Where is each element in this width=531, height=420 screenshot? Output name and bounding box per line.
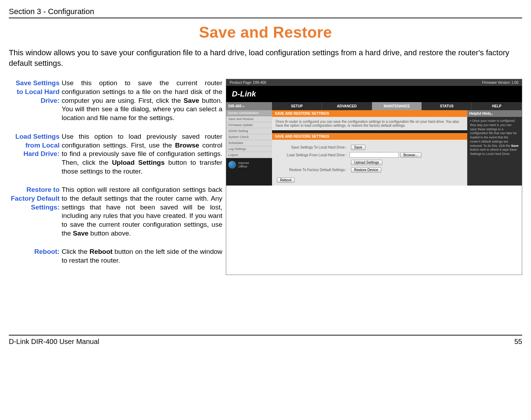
ss-panel-form: SAVE AND RESTORE SETTINGS Save Settings … bbox=[272, 133, 467, 186]
ss-breadcrumb: DIR-400▸ bbox=[226, 102, 272, 110]
page-title: Save and Restore bbox=[9, 24, 522, 41]
sidebar-item-logout[interactable]: Logout bbox=[226, 152, 272, 158]
page-number: 55 bbox=[514, 338, 522, 346]
save-button[interactable]: Save bbox=[351, 145, 365, 150]
ss-sidebar-title: Device Administration bbox=[226, 110, 272, 116]
sidebar-item-save-restore[interactable]: Save and Restore bbox=[226, 116, 272, 122]
def-load-label: Load Settings from Local Hard Drive: bbox=[9, 132, 62, 176]
def-save-body: Use this option to save the current rout… bbox=[62, 79, 222, 122]
def-restore-label: Restore to Factory Default Settings: bbox=[9, 186, 62, 238]
def-load: Load Settings from Local Hard Drive: Use… bbox=[9, 132, 222, 176]
ss-sidebar: Device Administration Save and Restore F… bbox=[226, 110, 272, 186]
ss-tabs: SETUP ADVANCED MAINTENANCE STATUS HELP bbox=[272, 102, 522, 110]
tab-maintenance[interactable]: MAINTENANCE bbox=[372, 102, 422, 110]
def-reboot-body: Click the Reboot button on the left side… bbox=[62, 247, 222, 265]
ss-hints-body: • Once your router is configured they wa… bbox=[467, 117, 522, 158]
def-save: Save Settings to Local Hard Drive: Use t… bbox=[9, 79, 222, 122]
tab-help[interactable]: HELP bbox=[472, 102, 522, 110]
def-save-label: Save Settings to Local Hard Drive: bbox=[9, 79, 62, 122]
ss-internet-status: Internet Offline bbox=[226, 158, 272, 171]
upload-settings-button[interactable]: Upload Settings bbox=[351, 160, 382, 165]
def-restore-body: This option will restore all configurati… bbox=[62, 186, 222, 238]
footer-left: D-Link DIR-400 User Manual bbox=[9, 338, 99, 346]
label-load-local: Load Settings From Local Hard Drive : bbox=[276, 153, 350, 157]
ss-logo-bar: D-Link bbox=[226, 86, 522, 102]
ss-panel-intro-body: Once th router is configured you can sav… bbox=[272, 117, 467, 130]
def-reboot: Reboot: Click the Reboot button on the l… bbox=[9, 247, 222, 265]
intro-paragraph: This window allows you to save your conf… bbox=[9, 48, 522, 68]
dlink-logo: D-Link bbox=[232, 89, 256, 98]
def-load-body: Use this option to load previously saved… bbox=[62, 132, 222, 176]
section-header: Section 3 - Configuration bbox=[9, 7, 522, 16]
tab-status[interactable]: STATUS bbox=[422, 102, 472, 110]
ss-panel-form-title: SAVE AND RESTORE SETTINGS bbox=[272, 133, 467, 140]
reboot-button[interactable]: Reboot bbox=[277, 177, 295, 183]
ss-product-model: DIR-400 bbox=[253, 81, 266, 84]
ss-hints-title: Helpful Hints.. bbox=[467, 110, 522, 117]
ss-panel-intro-title: SAVE AND RESTORE SETTINGS bbox=[272, 110, 467, 117]
sidebar-item-syscheck[interactable]: System Check bbox=[226, 134, 272, 140]
browse-button[interactable]: Browse... bbox=[400, 152, 421, 158]
sidebar-item-log[interactable]: Log Settings bbox=[226, 146, 272, 152]
router-screenshot: Product Page: DIR-400 Firmware Version: … bbox=[226, 79, 522, 275]
sidebar-item-firmware[interactable]: Firmware Update bbox=[226, 122, 272, 128]
sidebar-item-schedules[interactable]: Schedules bbox=[226, 140, 272, 146]
top-rule bbox=[9, 18, 522, 18]
def-reboot-label: Reboot: bbox=[9, 247, 62, 265]
chevron-right-icon: ▸ bbox=[243, 104, 245, 108]
ss-hints: Helpful Hints.. • Once your router is co… bbox=[467, 110, 522, 186]
globe-icon bbox=[228, 161, 236, 169]
sidebar-item-ddns[interactable]: DDNS Setting bbox=[226, 128, 272, 134]
bottom-rule bbox=[9, 335, 522, 336]
definitions-column: Save Settings to Local Hard Drive: Use t… bbox=[9, 79, 222, 275]
ss-center: SAVE AND RESTORE SETTINGS Once th router… bbox=[272, 110, 467, 186]
def-restore: Restore to Factory Default Settings: Thi… bbox=[9, 186, 222, 238]
ss-panel-intro: SAVE AND RESTORE SETTINGS Once th router… bbox=[272, 110, 467, 130]
label-restore-factory: Restore To Factory Default Settings : bbox=[276, 168, 350, 172]
ss-topbar: Product Page: DIR-400 Firmware Version: … bbox=[226, 79, 522, 86]
label-save-local: Save Settings To Local Hard Drive : bbox=[276, 145, 350, 149]
page-footer: D-Link DIR-400 User Manual 55 bbox=[9, 338, 522, 346]
tab-setup[interactable]: SETUP bbox=[272, 102, 322, 110]
tab-advanced[interactable]: ADVANCED bbox=[322, 102, 372, 110]
file-path-input[interactable] bbox=[350, 152, 399, 158]
restore-device-button[interactable]: Restore Device bbox=[351, 167, 381, 173]
ss-product-label: Product Page: bbox=[230, 81, 252, 84]
ss-firmware: Firmware Version: 1.00 bbox=[482, 81, 518, 84]
